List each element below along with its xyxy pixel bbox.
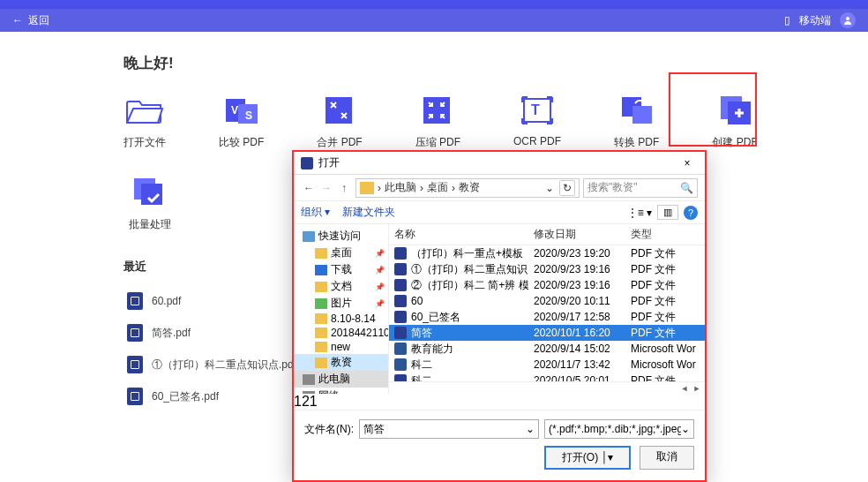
folder-icon — [315, 248, 327, 259]
pdf-file-icon — [394, 311, 407, 323]
organize-menu[interactable]: 组织 ▾ — [301, 205, 330, 220]
tree-item[interactable]: 201844211006 — [294, 326, 388, 340]
file-date: 2020/10/5 20:01 — [528, 374, 625, 381]
word-file-icon — [394, 343, 407, 355]
compress-icon — [419, 94, 456, 126]
breadcrumb-part[interactable]: 教资 — [459, 180, 480, 195]
file-name: （打印）科一重点+模板 — [411, 246, 523, 261]
file-type-filter[interactable]: (*.pdf;*.bmp;*.dib;*.jpg;*.jpeg⌄ — [544, 419, 694, 439]
file-row[interactable]: （打印）科一重点+模板2020/9/23 19:20PDF 文件 — [389, 245, 705, 261]
back-button[interactable]: ← 返回 — [12, 13, 49, 28]
file-row[interactable]: 教育能力2020/9/14 15:02Microsoft Wor — [389, 341, 705, 357]
folder-icon — [303, 231, 315, 242]
file-row[interactable]: 60_已签名2020/9/17 12:58PDF 文件 — [389, 309, 705, 325]
action-ocr-pdf[interactable]: T OCR PDF — [513, 94, 561, 150]
nav-back-icon[interactable]: ← — [301, 180, 317, 196]
filename-value: 简答 — [363, 422, 385, 437]
search-input[interactable]: 搜索"教资" 🔍 — [583, 178, 698, 198]
file-date: 2020/9/23 19:20 — [528, 247, 625, 260]
breadcrumb-part[interactable]: 桌面 — [427, 180, 448, 195]
refresh-icon[interactable]: ↻ — [559, 180, 575, 196]
avatar[interactable] — [840, 12, 856, 28]
file-list-header: 名称 修改日期 类型 — [389, 224, 705, 245]
col-type[interactable]: 类型 — [625, 224, 705, 245]
col-date[interactable]: 修改日期 — [528, 224, 625, 245]
svg-rect-5 — [326, 97, 352, 124]
tree-item[interactable]: 桌面📌 — [294, 245, 388, 261]
action-compress-pdf[interactable]: 压缩 PDF — [415, 94, 460, 150]
file-type: PDF 文件 — [625, 310, 705, 325]
file-row[interactable]: 科二2020/11/7 13:42Microsoft Wor — [389, 357, 705, 373]
dialog-title: 打开 — [318, 155, 340, 170]
preview-pane-button[interactable]: ▥ — [657, 205, 678, 220]
new-folder-button[interactable]: 新建文件夹 — [342, 205, 395, 220]
nav-up-icon[interactable]: ↑ — [336, 180, 352, 196]
back-label: 返回 — [28, 13, 49, 28]
tree-item[interactable]: 此电脑 — [294, 371, 388, 388]
action-label: 转换 PDF — [614, 135, 659, 150]
col-name[interactable]: 名称 — [389, 224, 528, 245]
convert-icon — [618, 94, 655, 126]
pdf-file-icon — [394, 374, 407, 381]
action-label: 合并 PDF — [317, 135, 362, 150]
file-row[interactable]: ①（打印）科二重点知识点2020/9/23 19:16PDF 文件 — [389, 261, 705, 277]
file-date: 2020/9/14 15:02 — [528, 343, 625, 355]
file-type: PDF 文件 — [625, 278, 705, 293]
file-name: 科二 — [411, 358, 432, 373]
file-name: 60_已签名 — [411, 310, 460, 325]
cancel-button[interactable]: 取消 — [640, 446, 694, 470]
action-merge-pdf[interactable]: 合并 PDF — [317, 94, 362, 150]
file-row[interactable]: ②（打印）科二 简+辨 模板2020/9/23 19:16PDF 文件 — [389, 277, 705, 293]
tree-item[interactable]: 教资 — [294, 354, 388, 371]
pdf-file-icon — [127, 388, 143, 405]
horizontal-scrollbar[interactable]: ◄ ► — [389, 381, 705, 394]
tree-item[interactable]: 网络 — [294, 388, 388, 394]
file-name: 教育能力 — [411, 342, 453, 357]
help-icon[interactable]: ? — [684, 206, 698, 220]
chevron-down-icon[interactable]: ⌄ — [545, 182, 554, 194]
tree-item[interactable]: 快速访问 — [294, 228, 388, 245]
tree-item[interactable]: new — [294, 340, 388, 354]
action-convert-pdf[interactable]: 转换 PDF — [614, 94, 659, 150]
action-create-pdf[interactable]: 创建 PDF — [712, 94, 757, 150]
action-compare-pdf[interactable]: VS 比较 PDF — [219, 94, 264, 150]
scroll-left-icon[interactable]: ◄ — [678, 383, 691, 394]
tree-item[interactable]: 文档📌 — [294, 278, 388, 295]
action-open-file[interactable]: 打开文件 — [123, 94, 166, 150]
open-file-dialog: 打开 × ← → ↑ ›此电脑 ›桌面 ›教资 ⌄↻ 搜索"教资" 🔍 组织 ▾… — [292, 150, 707, 482]
pin-icon: 📌 — [375, 299, 385, 308]
file-date: 2020/11/7 13:42 — [528, 358, 625, 371]
file-row[interactable]: 科二2020/10/5 20:01PDF 文件 — [389, 373, 705, 381]
breadcrumb[interactable]: ›此电脑 ›桌面 ›教资 ⌄↻ — [355, 178, 580, 198]
tree-item[interactable]: 图片📌 — [294, 295, 388, 312]
filename-input[interactable]: 简答⌄ — [359, 419, 539, 439]
batch-process[interactable]: 批量处理 — [123, 177, 176, 232]
app-icon — [301, 157, 313, 169]
svg-text:T: T — [531, 102, 540, 117]
file-row[interactable]: 简答2020/10/1 16:20PDF 文件 — [389, 325, 705, 341]
file-name: 60 — [411, 295, 423, 307]
chevron-down-icon[interactable]: ⌄ — [526, 423, 535, 435]
file-type: Microsoft Wor — [625, 358, 705, 371]
nav-forward-icon[interactable]: → — [318, 180, 334, 196]
breadcrumb-part[interactable]: 此电脑 — [385, 180, 416, 195]
view-mode-button[interactable]: ⋮≡ ▾ — [627, 207, 652, 219]
pdf-file-icon — [127, 292, 143, 310]
folder-tree: 快速访问桌面📌下载📌文档📌图片📌8.10-8.14201844211006new… — [294, 224, 389, 394]
tree-label: 网络 — [318, 388, 340, 394]
tree-label: new — [331, 341, 350, 353]
scroll-right-icon[interactable]: ► — [691, 383, 703, 394]
file-name: 科二 — [411, 373, 432, 382]
tree-item[interactable]: 下载📌 — [294, 261, 388, 278]
file-row[interactable]: 602020/9/20 10:11PDF 文件 — [389, 293, 705, 309]
file-list: （打印）科一重点+模板2020/9/23 19:20PDF 文件①（打印）科二重… — [389, 245, 705, 381]
tree-item[interactable]: 8.10-8.14 — [294, 312, 388, 326]
tree-label: 下载 — [331, 262, 352, 277]
close-button[interactable]: × — [677, 157, 698, 169]
file-date: 2020/9/23 19:16 — [528, 279, 625, 291]
open-button[interactable]: 打开(O) │▾ — [544, 446, 631, 470]
folder-open-icon — [126, 94, 163, 126]
mobile-label[interactable]: 移动端 — [799, 13, 831, 28]
file-name: ①（打印）科二重点知识点 — [411, 262, 528, 277]
folder-icon — [315, 342, 327, 352]
